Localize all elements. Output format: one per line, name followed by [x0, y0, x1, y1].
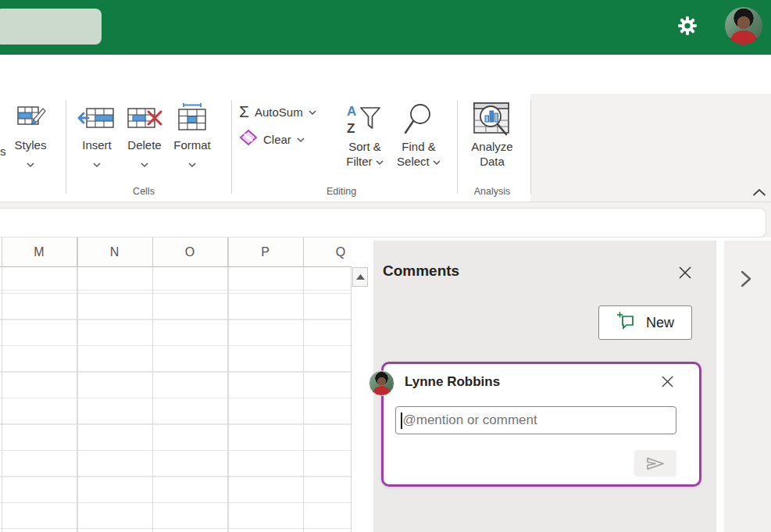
analyze-data-label-line2: Data	[480, 154, 505, 169]
cell-styles-icon	[13, 98, 48, 137]
column-header-q[interactable]: Q	[303, 237, 378, 267]
pane-rail	[724, 241, 771, 532]
new-comment-label: New	[646, 315, 674, 331]
chevron-down-icon	[309, 105, 316, 119]
ribbon-divider	[66, 100, 66, 194]
comment-input[interactable]	[403, 412, 661, 428]
chevron-down-icon	[27, 157, 34, 171]
sort-filter-button[interactable]: A Z Sort & Filter	[335, 98, 394, 169]
insert-cells-button[interactable]: Insert	[73, 98, 121, 186]
send-icon	[646, 457, 665, 470]
insert-cells-icon	[77, 98, 116, 137]
account-avatar[interactable]	[725, 7, 762, 45]
comments-pane: Comments New Lynne Robbins	[373, 241, 716, 532]
comments-pane-title: Comments	[383, 262, 459, 280]
format-cells-icon	[174, 98, 210, 137]
svg-text:A: A	[347, 104, 356, 119]
svg-text:Z: Z	[347, 121, 355, 136]
send-comment-button[interactable]	[634, 450, 676, 477]
group-label-editing: Editing	[327, 186, 356, 197]
collab-action-bar: MR Share Comments	[0, 55, 771, 94]
analyze-data-label-line1: Analyze	[471, 139, 512, 154]
chevron-down-icon	[297, 132, 305, 146]
analyze-data-icon	[472, 98, 512, 139]
chevron-down-icon	[188, 157, 196, 171]
ribbon-collapse-chevron-icon[interactable]	[752, 186, 766, 195]
sheet-area: MNOPQ	[0, 237, 373, 532]
new-comment-button[interactable]: New	[598, 305, 692, 340]
settings-gear-icon[interactable]	[676, 15, 698, 37]
document-title-placeholder[interactable]	[0, 9, 102, 45]
comment-draft-card: Lynne Robbins	[381, 362, 701, 487]
format-cells-button[interactable]: Format	[168, 98, 216, 186]
cell-styles-button[interactable]: Styles	[6, 98, 55, 186]
find-select-label-line2: Select	[397, 154, 441, 169]
column-header-n[interactable]: N	[77, 237, 152, 267]
chevron-down-icon	[141, 157, 148, 171]
delete-label: Delete	[127, 137, 161, 152]
ribbon-empty-area	[530, 94, 771, 202]
column-header-p[interactable]: P	[228, 237, 303, 267]
delete-cells-button[interactable]: Delete	[120, 98, 169, 186]
autosum-sigma-icon: Σ	[239, 104, 249, 120]
analyze-data-button[interactable]: Analyze Data	[462, 98, 522, 169]
clear-eraser-icon	[239, 129, 258, 149]
text-cursor	[401, 412, 402, 429]
comment-input-wrapper	[395, 406, 676, 434]
find-select-icon	[402, 98, 436, 139]
ribbon: s Styles	[0, 94, 771, 202]
scroll-up-icon	[356, 274, 365, 280]
clear-button[interactable]: Clear	[239, 128, 305, 150]
ribbon-divider	[457, 100, 458, 194]
group-label-analysis: Analysis	[474, 186, 511, 197]
top-app-bar	[0, 0, 771, 55]
chevron-down-icon	[93, 157, 101, 171]
column-header-o[interactable]: O	[152, 237, 227, 267]
excel-window: MR Share Comments	[0, 0, 771, 532]
scroll-up-button[interactable]	[352, 267, 368, 287]
autosum-button[interactable]: Σ AutoSum	[239, 101, 316, 123]
spreadsheet-grid[interactable]	[0, 267, 352, 532]
delete-cells-icon	[125, 98, 164, 137]
formula-bar[interactable]	[0, 208, 766, 237]
sort-filter-label-line1: Sort &	[348, 139, 381, 154]
cell-styles-label: Styles	[15, 137, 47, 152]
find-select-button[interactable]: Find & Select	[389, 98, 448, 169]
ribbon-divider	[231, 100, 232, 194]
author-avatar	[369, 370, 394, 396]
comment-author-name: Lynne Robbins	[405, 374, 500, 390]
chevron-down-icon	[433, 160, 441, 166]
close-icon[interactable]	[678, 266, 692, 280]
column-header-m[interactable]: M	[2, 237, 77, 267]
group-label-cells: Cells	[133, 186, 155, 197]
find-select-label-line1: Find &	[402, 139, 435, 154]
column-headers: MNOPQ	[0, 237, 352, 267]
insert-label: Insert	[82, 137, 112, 152]
format-label: Format	[173, 137, 211, 152]
ribbon-divider	[530, 100, 531, 194]
new-comment-icon	[616, 311, 637, 335]
pane-expand-chevron-icon[interactable]	[741, 270, 751, 287]
cropped-button-label: s	[0, 145, 6, 158]
close-icon[interactable]	[661, 375, 674, 388]
autosum-label: AutoSum	[255, 105, 303, 119]
clear-label: Clear	[263, 133, 291, 146]
sort-filter-icon: A Z	[345, 98, 384, 139]
vertical-scrollbar[interactable]	[352, 267, 368, 532]
sort-filter-label-line2: Filter	[346, 154, 384, 169]
chevron-down-icon	[376, 160, 384, 166]
